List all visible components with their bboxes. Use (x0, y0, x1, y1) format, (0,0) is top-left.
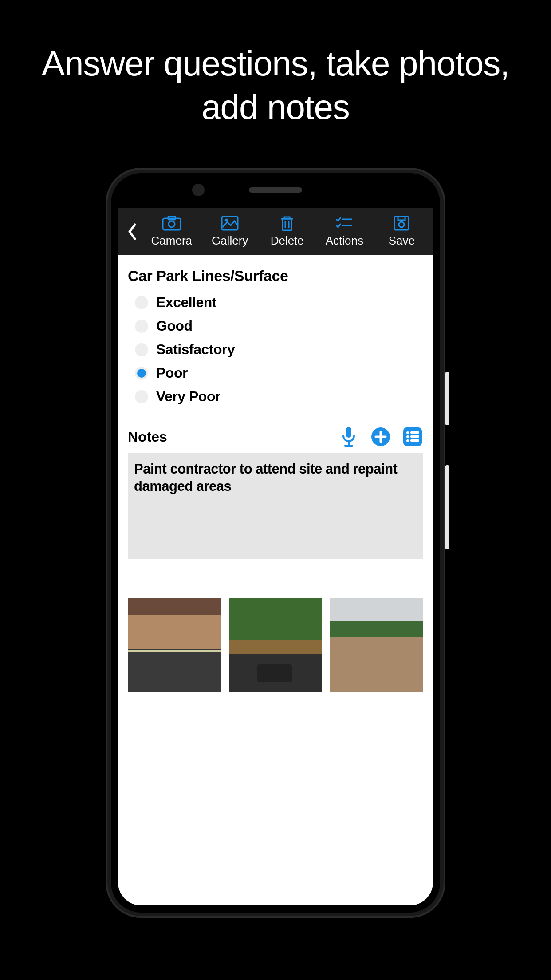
back-button[interactable] (122, 223, 143, 248)
notes-heading: Notes (128, 429, 167, 445)
phone-speaker (249, 187, 302, 193)
toolbar-gallery-button[interactable]: Gallery (210, 215, 249, 248)
toolbar-camera-button[interactable]: Camera (151, 215, 192, 248)
toolbar-label: Save (389, 234, 415, 248)
answer-option-label: Very Poor (156, 388, 220, 405)
svg-rect-15 (410, 435, 419, 438)
answer-option-label: Satisfactory (156, 341, 235, 358)
add-note-button[interactable] (370, 426, 391, 447)
answer-option-label: Poor (156, 365, 188, 381)
answer-option[interactable]: Good (135, 314, 423, 338)
answer-option-list: ExcellentGoodSatisfactoryPoorVery Poor (128, 291, 423, 408)
phone-side-button (445, 372, 449, 425)
promo-headline: Answer questions, take photos, add notes (0, 0, 551, 146)
device-frame: Camera Gallery (106, 168, 445, 918)
answer-option-label: Excellent (156, 294, 216, 311)
radio-icon (135, 296, 148, 309)
svg-rect-9 (346, 427, 351, 438)
toolbar-label: Actions (326, 234, 363, 248)
voice-note-button[interactable] (338, 426, 359, 447)
toolbar-actions-button[interactable]: Actions (325, 215, 364, 248)
preset-list-icon (402, 427, 423, 447)
app-screen: Camera Gallery (118, 208, 433, 905)
svg-rect-17 (410, 439, 419, 442)
question-title: Car Park Lines/Surface (128, 267, 423, 285)
radio-icon (135, 367, 148, 380)
trash-icon (277, 215, 297, 231)
chevron-left-icon (126, 223, 138, 241)
photo-thumbnail[interactable] (330, 598, 423, 692)
radio-icon (135, 390, 148, 403)
toolbar-label: Delete (271, 234, 304, 248)
camera-icon (162, 215, 181, 231)
gallery-icon (220, 215, 240, 231)
photo-thumbnail-row (128, 598, 423, 692)
svg-point-7 (399, 222, 404, 227)
answer-option-label: Good (156, 318, 193, 334)
checklist-icon (335, 215, 354, 231)
toolbar-save-button[interactable]: Save (382, 215, 421, 248)
photo-thumbnail[interactable] (229, 598, 322, 692)
microphone-icon (341, 426, 357, 447)
photo-thumbnail[interactable] (128, 598, 221, 692)
svg-rect-13 (410, 431, 419, 434)
svg-point-4 (225, 219, 228, 221)
svg-rect-5 (283, 219, 291, 230)
phone-side-button (445, 465, 449, 549)
toolbar-delete-button[interactable]: Delete (268, 215, 307, 248)
radio-icon (135, 320, 148, 333)
notes-textarea[interactable]: Paint contractor to attend site and repa… (128, 453, 423, 559)
answer-option[interactable]: Excellent (135, 291, 423, 314)
svg-point-12 (406, 431, 409, 434)
radio-icon (135, 343, 148, 356)
svg-rect-8 (398, 217, 405, 220)
answer-option[interactable]: Very Poor (135, 385, 423, 408)
save-icon (392, 215, 411, 231)
app-toolbar: Camera Gallery (118, 208, 433, 255)
answer-option[interactable]: Satisfactory (135, 338, 423, 361)
toolbar-label: Camera (151, 234, 192, 248)
preset-notes-button[interactable] (402, 426, 423, 447)
svg-point-14 (406, 435, 409, 438)
toolbar-label: Gallery (212, 234, 248, 248)
svg-point-16 (406, 439, 409, 442)
phone-front-camera (192, 184, 205, 196)
plus-circle-icon (370, 427, 391, 447)
svg-point-1 (169, 221, 175, 227)
answer-option[interactable]: Poor (135, 361, 423, 385)
